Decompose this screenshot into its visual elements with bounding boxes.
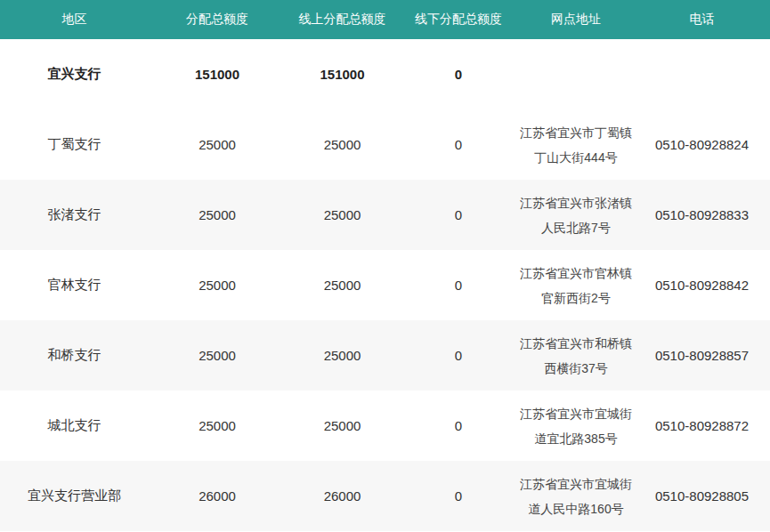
table-head: 地区分配总额度线上分配总额度线下分配总额度网点地址电话	[0, 0, 770, 39]
cell-total: 25000	[149, 320, 286, 391]
cell-online: 25000	[286, 391, 399, 461]
table-row: 丁蜀支行25000250000江苏省宜兴市丁蜀镇丁山大街444号0510-809…	[0, 109, 770, 180]
cell-region: 宜兴支行营业部	[0, 461, 149, 531]
cell-address: 江苏省宜兴市宜城街道人民中路160号	[518, 461, 634, 531]
cell-total: 151000	[149, 39, 286, 109]
cell-total: 25000	[149, 109, 286, 180]
table-row: 宜兴支行1510001510000	[0, 39, 770, 109]
column-header-phone: 电话	[634, 0, 770, 39]
cell-total: 25000	[149, 180, 286, 250]
column-header-total: 分配总额度	[149, 0, 286, 39]
cell-region: 和桥支行	[0, 320, 149, 391]
cell-online: 25000	[286, 250, 399, 320]
cell-online: 25000	[286, 320, 399, 391]
cell-phone: 0510-80928842	[634, 250, 770, 320]
cell-address: 江苏省宜兴市宜城街道宜北路385号	[518, 391, 634, 461]
table-row: 官林支行25000250000江苏省宜兴市官林镇官新西街2号0510-80928…	[0, 250, 770, 320]
cell-phone	[634, 39, 770, 109]
column-header-address: 网点地址	[518, 0, 634, 39]
cell-region: 宜兴支行	[0, 39, 149, 109]
cell-offline: 0	[399, 180, 518, 250]
cell-offline: 0	[399, 109, 518, 180]
cell-offline: 0	[399, 461, 518, 531]
cell-address	[518, 39, 634, 109]
cell-address: 江苏省宜兴市和桥镇西横街37号	[518, 320, 634, 391]
cell-online: 26000	[286, 461, 399, 531]
table-row: 城北支行25000250000江苏省宜兴市宜城街道宜北路385号0510-809…	[0, 391, 770, 461]
cell-region: 官林支行	[0, 250, 149, 320]
table-row: 张渚支行25000250000江苏省宜兴市张渚镇人民北路7号0510-80928…	[0, 180, 770, 250]
table-row: 宜兴支行营业部26000260000江苏省宜兴市宜城街道人民中路160号0510…	[0, 461, 770, 531]
cell-offline: 0	[399, 320, 518, 391]
cell-offline: 0	[399, 250, 518, 320]
cell-total: 26000	[149, 461, 286, 531]
table-body: 宜兴支行1510001510000丁蜀支行25000250000江苏省宜兴市丁蜀…	[0, 39, 770, 531]
cell-offline: 0	[399, 39, 518, 109]
table-header-row: 地区分配总额度线上分配总额度线下分配总额度网点地址电话	[0, 0, 770, 39]
cell-address: 江苏省宜兴市丁蜀镇丁山大街444号	[518, 109, 634, 180]
cell-region: 张渚支行	[0, 180, 149, 250]
cell-phone: 0510-80928824	[634, 109, 770, 180]
column-header-online: 线上分配总额度	[286, 0, 399, 39]
cell-phone: 0510-80928805	[634, 461, 770, 531]
cell-phone: 0510-80928872	[634, 391, 770, 461]
cell-online: 25000	[286, 180, 399, 250]
cell-online: 151000	[286, 39, 399, 109]
branch-quota-table: 地区分配总额度线上分配总额度线下分配总额度网点地址电话 宜兴支行15100015…	[0, 0, 770, 531]
cell-phone: 0510-80928857	[634, 320, 770, 391]
column-header-offline: 线下分配总额度	[399, 0, 518, 39]
cell-phone: 0510-80928833	[634, 180, 770, 250]
cell-address: 江苏省宜兴市官林镇官新西街2号	[518, 250, 634, 320]
cell-address: 江苏省宜兴市张渚镇人民北路7号	[518, 180, 634, 250]
cell-region: 丁蜀支行	[0, 109, 149, 180]
cell-region: 城北支行	[0, 391, 149, 461]
cell-total: 25000	[149, 250, 286, 320]
column-header-region: 地区	[0, 0, 149, 39]
cell-total: 25000	[149, 391, 286, 461]
cell-offline: 0	[399, 391, 518, 461]
cell-online: 25000	[286, 109, 399, 180]
table-row: 和桥支行25000250000江苏省宜兴市和桥镇西横街37号0510-80928…	[0, 320, 770, 391]
